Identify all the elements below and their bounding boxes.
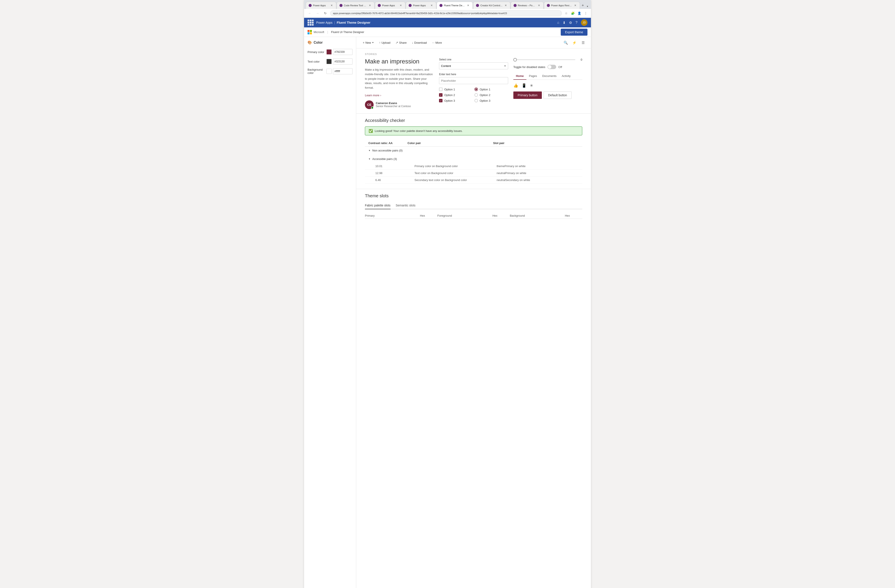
profile-icon[interactable]: 👤 <box>576 11 582 16</box>
preview-center-panel: Select one Content ▼ Enter text here <box>439 58 508 109</box>
menu-icon[interactable]: ⋮ <box>583 11 589 16</box>
radio-group: Option 1 Option 2 Option 3 <box>475 88 508 102</box>
new-icon: + <box>363 41 364 44</box>
header-help-icon[interactable]: ? <box>575 21 578 24</box>
background-color-input-group <box>326 68 352 74</box>
slider-value: 0 <box>578 58 582 61</box>
tab-pages[interactable]: Pages <box>526 73 540 80</box>
mobile-icon[interactable]: 📱 <box>522 83 526 88</box>
primary-color-swatch[interactable] <box>326 49 332 55</box>
tab-close-3[interactable]: ✕ <box>399 4 402 7</box>
preview-headline: Make an impression <box>365 58 434 65</box>
select-dropdown[interactable]: Content ▼ <box>439 62 508 69</box>
tab-home[interactable]: Home <box>513 73 526 80</box>
background-color-swatch[interactable] <box>326 69 332 74</box>
slots-col-hex2: Hex <box>493 214 510 217</box>
primary-color-hex-input[interactable] <box>333 49 352 55</box>
learn-more-link[interactable]: Learn more › <box>365 94 434 97</box>
user-avatar[interactable]: JD <box>581 19 587 26</box>
checkbox-1-label: Option 1 <box>444 88 455 91</box>
tab-close-6[interactable]: ✕ <box>504 4 508 7</box>
header-settings-icon[interactable]: ⚙ <box>569 21 572 25</box>
tab-close-8[interactable]: ✕ <box>573 4 577 7</box>
browser-tab-2[interactable]: Code Review Tool Experim... ✕ <box>337 2 375 9</box>
row3-color-pair: Secondary text color on Background color <box>414 179 497 182</box>
preview-section: STORIES Make an impression Make a big im… <box>356 48 591 114</box>
text-input-field[interactable] <box>439 77 508 84</box>
tab-favicon-8 <box>547 4 550 7</box>
tab-fabric-palette[interactable]: Fabric palette slots <box>365 202 391 209</box>
toggle-switch[interactable] <box>548 65 556 69</box>
checkbox-1[interactable] <box>439 88 443 91</box>
export-theme-button[interactable]: Export theme <box>561 29 587 36</box>
tab-title-6: Creator Kit Control Refere... <box>480 4 502 7</box>
header-icon-2[interactable]: ⬇ <box>563 21 566 25</box>
theme-slots-title: Theme slots <box>365 193 582 199</box>
forward-button[interactable]: → <box>314 10 320 16</box>
tab-favicon-3 <box>378 4 381 7</box>
checkbox-2[interactable]: ✓ <box>439 93 443 97</box>
tab-documents[interactable]: Documents <box>540 73 559 80</box>
background-color-hex-input[interactable] <box>333 68 352 74</box>
more-button[interactable]: ··· More <box>430 39 444 45</box>
bookmark-icon[interactable]: ☆ <box>564 11 569 16</box>
upload-button[interactable]: ↑ Upload <box>377 39 393 45</box>
address-bar[interactable]: apps.powerapps.com/play/2f6b0e93-7676-40… <box>330 10 562 16</box>
options-grid: Option 1 ✓ Option 2 ✓ Option 3 <box>439 88 508 102</box>
radio-option-2: Option 2 <box>475 93 508 97</box>
tab-favicon-5 <box>440 4 443 7</box>
browser-tab-6[interactable]: Creator Kit Control Refere... ✕ <box>473 2 510 9</box>
tab-close-5[interactable]: ✕ <box>466 4 470 7</box>
download-button[interactable]: ↓ Download <box>410 39 429 45</box>
preview-grid: Make an impression Make a big impression… <box>365 58 582 109</box>
toggle-label: Toggle for disabled states <box>513 65 545 69</box>
checkbox-3[interactable]: ✓ <box>439 99 443 102</box>
tab-close-4[interactable]: ✕ <box>430 4 433 7</box>
avatar-presence-badge <box>371 106 373 109</box>
extensions-icon[interactable]: 🧩 <box>570 11 575 16</box>
learn-more-chevron-icon: › <box>380 94 381 97</box>
tab-semantic-slots[interactable]: Semantic slots <box>396 202 416 209</box>
header-icon-1[interactable]: ⌂ <box>557 21 559 24</box>
new-tab-button[interactable]: + <box>580 2 585 9</box>
waffle-icon[interactable] <box>308 20 314 26</box>
refresh-button[interactable]: ↻ <box>322 10 328 16</box>
filter-toolbar-button[interactable]: ⚡ <box>571 39 578 46</box>
star-icon[interactable]: ✳ <box>530 83 533 88</box>
text-color-row: Text color <box>308 58 352 65</box>
primary-button[interactable]: Primary button <box>513 91 542 99</box>
text-color-swatch[interactable] <box>326 59 332 64</box>
browser-tab-1[interactable]: Power Apps ✕ <box>306 2 336 9</box>
non-accessible-group-header[interactable]: ▼ Non accessible pairs (0) <box>365 147 582 154</box>
toggle-state-label: Off <box>558 65 562 69</box>
tab-title-8: Power Apps Review Tool... <box>551 4 572 7</box>
radio-2[interactable] <box>475 93 478 97</box>
radio-1[interactable] <box>475 88 478 91</box>
share-button[interactable]: ↗ Share <box>393 39 409 45</box>
accessible-group-header[interactable]: ▼ Accessible pairs (3) <box>365 155 582 163</box>
tab-activity[interactable]: Activity <box>559 73 573 80</box>
list-toolbar-button[interactable]: ☰ <box>579 39 587 46</box>
accessible-row-1: 10.01 Primary color on Background color … <box>365 163 582 170</box>
tab-close-7[interactable]: ✕ <box>537 4 541 7</box>
new-button[interactable]: + New ▼ <box>361 39 376 45</box>
search-toolbar-button[interactable]: 🔍 <box>562 39 569 46</box>
browser-tab-7[interactable]: Reviews – Power Apps ✕ <box>511 2 543 9</box>
sub-header: Microsoft | Fluent UI Theme Designer Exp… <box>304 27 591 37</box>
browser-tab-5[interactable]: Fluent Theme Designer -... ✕ <box>437 2 473 9</box>
default-button[interactable]: Default button <box>543 91 572 99</box>
thumbs-up-icon[interactable]: 👍 <box>513 83 518 88</box>
browser-tab-8[interactable]: Power Apps Review Tool... ✕ <box>544 2 580 9</box>
tab-favicon-2 <box>340 4 343 7</box>
browser-tab-4[interactable]: Power Apps ✕ <box>406 2 436 9</box>
tab-close-2[interactable]: ✕ <box>368 4 372 7</box>
text-color-hex-input[interactable] <box>333 58 352 65</box>
back-button[interactable]: ← <box>306 10 313 16</box>
header-section: Fluent Theme Designer <box>337 21 370 24</box>
tab-close-1[interactable]: ✕ <box>330 4 334 7</box>
browser-tab-3[interactable]: Power Apps ✕ <box>375 2 405 9</box>
tabs-chevron[interactable]: ▼ <box>586 4 589 9</box>
slider-input[interactable] <box>513 59 575 60</box>
checkbox-option-3: ✓ Option 3 <box>439 99 473 102</box>
radio-3[interactable] <box>475 99 478 102</box>
